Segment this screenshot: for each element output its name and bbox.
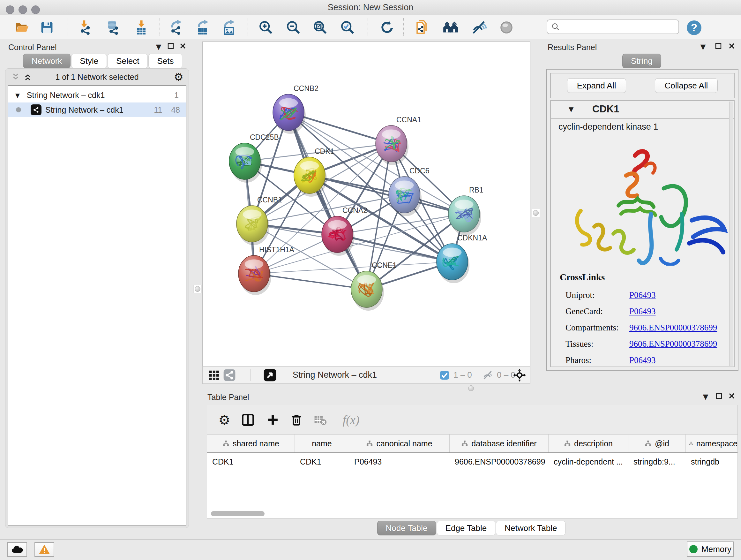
network-node-cdkn1a[interactable]: CDKN1A [436,234,487,283]
panel-collapse-icon[interactable]: ▼ [701,393,711,401]
crosslink-link[interactable]: P06493 [629,307,656,316]
results-scrollbar[interactable] [729,102,733,366]
hide-panel-button[interactable] [470,19,488,36]
network-collection-row[interactable]: ▼ String Network – cdk1 1 [8,88,186,103]
table-row[interactable]: CDK1CDK1P064939606.ENSP00000378699cyclin… [207,453,738,470]
network-node-ccnb2[interactable]: CCNB2 [273,84,319,134]
column-header-canonical-name[interactable]: canonical name [349,435,450,452]
tab-sets[interactable]: Sets [148,54,182,68]
tab-string[interactable]: String [622,54,661,68]
bottom-splitter-handle[interactable] [467,384,475,392]
column-header-description[interactable]: description [549,435,628,452]
string-home-button[interactable] [442,19,460,36]
tab-style[interactable]: Style [71,54,107,68]
cloud-status-button[interactable] [7,542,27,557]
hidden-eye-slash-icon[interactable] [482,367,494,383]
tab-node-table[interactable]: Node Table [377,521,436,536]
crosslink-link[interactable]: P06493 [629,355,656,365]
collapse-all-button[interactable]: Collapse All [655,78,718,93]
search-input[interactable] [563,22,675,32]
collection-expand-icon[interactable]: ▼ [15,92,20,99]
delete-table-button[interactable] [311,411,329,429]
network-row[interactable]: String Network – cdk1 11 48 [8,103,186,117]
network-edge[interactable] [288,112,367,289]
panel-float-icon[interactable] [714,43,723,51]
table-cell[interactable]: cyclin-dependent ... [549,453,628,470]
traffic-light-zoom[interactable] [31,5,40,14]
expand-all-button[interactable]: Expand All [567,78,626,93]
share-view-icon[interactable] [223,367,236,383]
export-table-button[interactable] [194,19,211,36]
import-network-database-button[interactable] [104,19,121,36]
zoom-in-button[interactable] [257,19,274,36]
column-header-shared-name[interactable]: shared name [207,435,295,452]
selected-checkbox[interactable] [440,367,450,383]
panel-float-icon[interactable] [166,43,176,51]
table-cell[interactable]: stringdb:9... [628,453,686,470]
table-cell[interactable]: P06493 [349,453,450,470]
table-horizontal-scrollbar[interactable] [211,511,265,516]
panel-close-icon[interactable] [727,393,737,401]
network-node-hist1h1a[interactable]: HIST1H1A [239,246,294,295]
crosslink-link[interactable]: 9606.ENSP00000378699 [629,323,717,333]
panel-float-icon[interactable] [714,393,724,401]
tree-options-gear-icon[interactable]: ⚙ [174,71,184,83]
gene-section-header[interactable]: ▼ CDK1 [551,101,734,119]
table-cell[interactable]: 9606.ENSP00000378699 [450,453,549,470]
panel-close-icon[interactable] [178,43,188,51]
left-splitter-handle[interactable] [193,285,202,293]
column-header-database-identifier[interactable]: database identifier [450,435,549,452]
network-canvas[interactable]: CCNB2CCNA1CDC25BCDK1CDC6RB1CCNB1CCNA2CDK… [202,42,530,366]
column-header--id[interactable]: @id [628,435,686,452]
add-column-button[interactable] [264,411,282,429]
birdseye-view-icon[interactable] [263,367,277,383]
column-header-namespace[interactable]: namespace [686,435,738,452]
import-network-icon [77,20,92,35]
network-graph[interactable]: CCNB2CCNA1CDC25BCDK1CDC6RB1CCNB1CCNA2CDK… [203,42,530,366]
grid-view-icon[interactable] [208,367,220,383]
export-image-button[interactable] [220,19,238,36]
refresh-button[interactable] [379,19,396,36]
show-columns-button[interactable] [239,411,257,429]
tab-network-table[interactable]: Network Table [496,521,565,536]
share-document-button[interactable] [414,19,431,36]
export-network-button[interactable] [167,19,185,36]
traffic-light-minimize[interactable] [18,5,27,14]
zoom-fit-button[interactable] [312,19,329,36]
toolbar-separator [68,18,68,36]
tab-edge-table[interactable]: Edge Table [437,521,495,536]
save-session-button[interactable] [38,19,56,36]
traffic-light-close[interactable] [6,5,14,14]
table-cell[interactable]: stringdb [686,453,738,470]
gene-expand-icon[interactable]: ▼ [569,105,574,113]
right-splitter-handle[interactable] [532,209,540,217]
network-node-rb1[interactable]: RB1 [448,186,483,235]
help-button[interactable]: ? [685,19,703,37]
function-builder-button[interactable]: f(x) [333,411,368,429]
table-cell[interactable]: CDK1 [207,453,295,470]
table-settings-gear-icon[interactable]: ⚙ [215,411,233,429]
import-network-file-button[interactable] [76,19,93,36]
zoom-out-button[interactable] [285,19,302,36]
panel-collapse-icon[interactable]: ▼ [154,43,163,51]
crosslink-link[interactable]: 9606.ENSP00000378699 [629,339,717,349]
memory-button[interactable]: Memory [687,542,734,557]
network-node-ccnb1[interactable]: CCNB1 [237,196,282,245]
delete-column-button[interactable] [287,411,306,429]
open-session-button[interactable] [13,19,30,36]
crosslink-row: Tissues:9606.ENSP00000378699 [560,336,728,352]
search-box[interactable] [547,19,679,34]
table-cell[interactable]: CDK1 [295,453,349,470]
column-header-name[interactable]: name [295,435,349,452]
panel-collapse-icon[interactable]: ▼ [698,43,708,51]
zoom-selected-button[interactable] [339,19,356,36]
tab-select[interactable]: Select [108,54,148,68]
eye-button[interactable] [498,19,515,36]
crosslink-link[interactable]: P06493 [629,290,656,300]
locate-crosshair-icon[interactable] [513,367,526,383]
panel-close-icon[interactable] [727,43,737,51]
network-node-ccna1[interactable]: CCNA1 [376,116,421,165]
import-table-file-button[interactable] [133,19,150,36]
warning-status-button[interactable] [35,542,54,557]
tab-network[interactable]: Network [23,54,71,68]
